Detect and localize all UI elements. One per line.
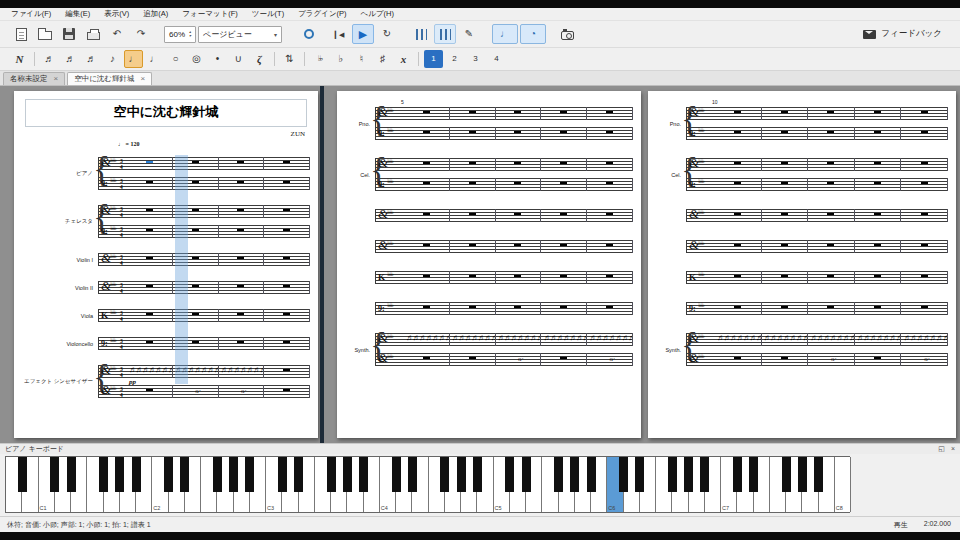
- piano-key-as1[interactable]: [132, 457, 141, 492]
- measure[interactable]: [855, 107, 902, 120]
- voice-3-button[interactable]: 3: [466, 50, 485, 68]
- measure[interactable]: ♬♬♬♬♬♬♬: [855, 333, 902, 346]
- measure[interactable]: [855, 353, 902, 366]
- measure[interactable]: [808, 240, 855, 253]
- instrument-label[interactable]: Viola: [22, 313, 98, 319]
- measure[interactable]: [901, 209, 948, 222]
- measure[interactable]: [541, 107, 587, 120]
- duration-16th-button[interactable]: ♬: [82, 50, 101, 68]
- duration-64th-button[interactable]: ♬: [40, 50, 59, 68]
- duration-half-button[interactable]: ♩: [145, 50, 164, 68]
- piano-key-cs4[interactable]: [392, 457, 401, 492]
- piano-key-as5[interactable]: [587, 457, 596, 492]
- measure[interactable]: [762, 271, 809, 284]
- measure[interactable]: [127, 205, 173, 218]
- measure[interactable]: [404, 127, 450, 140]
- measure[interactable]: [541, 271, 587, 284]
- instrument-label[interactable]: Violoncello: [22, 341, 98, 347]
- piano-key-c8[interactable]: C8: [835, 457, 851, 512]
- measure[interactable]: [715, 107, 762, 120]
- image-capture-button[interactable]: [556, 24, 578, 44]
- duration-breve-button[interactable]: ◎: [187, 50, 206, 68]
- piano-key-gs6[interactable]: [684, 457, 693, 492]
- measure[interactable]: [541, 178, 587, 191]
- measure[interactable]: [450, 158, 496, 171]
- voice-1-button[interactable]: 1: [424, 50, 443, 68]
- measure[interactable]: ♬♬♬♬♬♬♬: [901, 333, 948, 346]
- measure[interactable]: [541, 127, 587, 140]
- measure[interactable]: ♬♬♬♬♬♬♬: [541, 333, 587, 346]
- piano-key-as0[interactable]: [18, 457, 27, 492]
- measure[interactable]: [264, 309, 310, 322]
- piano-key-fs1[interactable]: [99, 457, 108, 492]
- measure[interactable]: [264, 177, 310, 190]
- new-file-button[interactable]: [10, 24, 32, 44]
- piano-key-fs5[interactable]: [554, 457, 563, 492]
- measure[interactable]: o·: [901, 353, 948, 366]
- measure[interactable]: [541, 209, 587, 222]
- measure[interactable]: ♬♬♬♬♬♬♬: [715, 333, 762, 346]
- measure[interactable]: o·: [173, 385, 219, 398]
- close-icon[interactable]: ×: [951, 445, 955, 453]
- instrument-label[interactable]: ピアノ: [22, 170, 98, 177]
- measure[interactable]: ♬♬♬♬♬♬♬: [450, 333, 496, 346]
- measure[interactable]: [901, 158, 948, 171]
- measure[interactable]: [587, 107, 633, 120]
- piano-key-fs6[interactable]: [668, 457, 677, 492]
- instrument-label[interactable]: Violin II: [22, 285, 98, 291]
- piano-key-ds6[interactable]: [635, 457, 644, 492]
- measure[interactable]: [127, 309, 173, 322]
- rest-button[interactable]: ζ: [250, 50, 269, 68]
- measure[interactable]: [404, 158, 450, 171]
- measure[interactable]: [808, 271, 855, 284]
- measure[interactable]: [404, 271, 450, 284]
- measure[interactable]: [404, 240, 450, 253]
- measure[interactable]: [264, 225, 310, 238]
- title-frame[interactable]: 空中に沈む輝針城: [25, 99, 307, 127]
- measure[interactable]: [496, 107, 542, 120]
- measure[interactable]: [450, 127, 496, 140]
- measure[interactable]: ♬♬♬♬♬♬♬: [404, 333, 450, 346]
- voice-4-button[interactable]: 4: [487, 50, 506, 68]
- measure[interactable]: [901, 127, 948, 140]
- piano-key-cs6[interactable]: [619, 457, 628, 492]
- edit-mode-button[interactable]: ✎: [458, 24, 480, 44]
- measure[interactable]: [808, 107, 855, 120]
- measure[interactable]: [808, 209, 855, 222]
- measure[interactable]: [219, 281, 265, 294]
- piano-key-gs1[interactable]: [115, 457, 124, 492]
- measure[interactable]: [450, 240, 496, 253]
- piano-key-gs2[interactable]: [229, 457, 238, 492]
- measure[interactable]: [450, 209, 496, 222]
- measure[interactable]: [264, 281, 310, 294]
- measure[interactable]: [587, 240, 633, 253]
- piano-key-as4[interactable]: [473, 457, 482, 492]
- measure[interactable]: [587, 209, 633, 222]
- measure[interactable]: [808, 158, 855, 171]
- piano-key-gs3[interactable]: [343, 457, 352, 492]
- measure[interactable]: [762, 127, 809, 140]
- piano-key-as7[interactable]: [814, 457, 823, 492]
- measure[interactable]: [855, 178, 902, 191]
- feedback-button[interactable]: フィードバック: [863, 28, 942, 40]
- measure[interactable]: [901, 240, 948, 253]
- piano-key-as2[interactable]: [245, 457, 254, 492]
- menu-file[interactable]: ファイル(F): [4, 9, 58, 19]
- measure[interactable]: [219, 157, 265, 170]
- duration-quarter-button[interactable]: ♩: [124, 50, 143, 68]
- piano-key-as3[interactable]: [359, 457, 368, 492]
- measure[interactable]: [127, 385, 173, 398]
- measure[interactable]: [901, 271, 948, 284]
- midi-input-button[interactable]: [298, 24, 320, 44]
- measure[interactable]: [496, 240, 542, 253]
- measure[interactable]: ♬♬♬♬♬♬♬: [127, 365, 173, 378]
- measure[interactable]: ♬♬♬♬♬♬♬: [762, 333, 809, 346]
- measure[interactable]: [404, 107, 450, 120]
- measure[interactable]: [127, 157, 173, 170]
- count-in-toggle[interactable]: ◔: [520, 24, 546, 44]
- measure[interactable]: [715, 127, 762, 140]
- measure[interactable]: [127, 225, 173, 238]
- piano-key-fs7[interactable]: [782, 457, 791, 492]
- measure[interactable]: [264, 253, 310, 266]
- instrument-label[interactable]: Violin I: [22, 257, 98, 263]
